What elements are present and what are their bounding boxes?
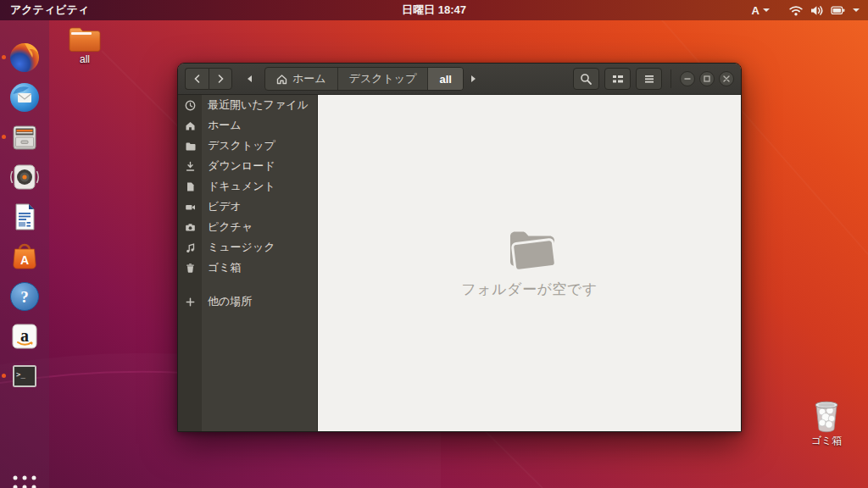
folder-icon — [68, 25, 102, 53]
sidebar-item-music[interactable]: ミュージック — [178, 237, 317, 258]
music-icon — [185, 242, 196, 253]
sidebar-item-recent[interactable]: 最近開いたファイル — [178, 95, 317, 115]
clock[interactable]: 日曜日 18:47 — [0, 3, 868, 18]
file-manager-window: ホーム デスクトップ all — [177, 63, 742, 432]
minimize-icon — [683, 75, 692, 83]
folder-icon — [185, 141, 196, 152]
empty-folder-message: フォルダーが空です — [461, 280, 597, 299]
download-icon — [185, 161, 196, 172]
wifi-icon — [789, 5, 803, 16]
sidebar-item-downloads[interactable]: ダウンロード — [178, 156, 317, 176]
desktop-icon-all-folder[interactable]: all — [60, 25, 109, 65]
camera-icon — [185, 222, 196, 233]
path-scroll-right-button[interactable] — [467, 68, 481, 90]
search-button[interactable] — [573, 68, 599, 90]
show-applications-icon[interactable] — [9, 472, 40, 488]
folder-view[interactable]: フォルダーが空です — [318, 95, 741, 431]
sidebar-item-pictures[interactable]: ピクチャ — [178, 217, 317, 237]
input-method-indicator[interactable]: A — [752, 4, 770, 17]
volume-icon — [810, 5, 823, 16]
recent-icon — [185, 100, 196, 111]
dock: A ? a >_ — [0, 20, 49, 488]
system-status-area[interactable]: A — [752, 4, 868, 17]
close-button[interactable] — [719, 71, 734, 86]
forward-button[interactable] — [209, 68, 232, 90]
hamburger-icon — [643, 72, 656, 86]
sidebar-item-videos[interactable]: ビデオ — [178, 197, 317, 217]
list-view-icon — [611, 72, 625, 86]
path-scroll-left-button[interactable] — [242, 68, 256, 90]
trash-full-icon — [812, 400, 841, 433]
files-icon[interactable] — [8, 121, 41, 153]
empty-folder-icon — [504, 227, 556, 269]
system-menu-chevron-icon — [853, 8, 860, 12]
ubuntu-desktop: { "topbar": { "activities": "アクティビティ", "… — [0, 0, 868, 488]
window-body: 最近開いたファイル ホーム デスクトップ ダウンロード ドキュメント ビデオ — [178, 95, 741, 431]
input-method-label: A — [752, 4, 760, 17]
sidebar-item-documents[interactable]: ドキュメント — [178, 176, 317, 197]
rhythmbox-icon[interactable] — [8, 161, 41, 193]
sidebar: 最近開いたファイル ホーム デスクトップ ダウンロード ドキュメント ビデオ — [178, 95, 318, 431]
home-icon — [185, 120, 196, 131]
maximize-icon — [703, 75, 711, 83]
video-icon — [185, 202, 196, 213]
desktop-icon-label: all — [60, 53, 109, 65]
maximize-button[interactable] — [699, 71, 715, 86]
firefox-icon[interactable] — [8, 42, 41, 74]
headerbar-separator — [670, 69, 671, 88]
window-controls — [680, 71, 734, 86]
thunderbird-icon[interactable] — [8, 81, 41, 114]
document-icon — [185, 181, 196, 192]
libreoffice-writer-icon[interactable] — [8, 201, 41, 233]
help-icon[interactable]: ? — [8, 280, 41, 313]
running-indicator — [2, 374, 6, 378]
history-nav — [185, 68, 232, 90]
svg-text:>_: >_ — [16, 370, 25, 379]
battery-icon — [831, 6, 845, 15]
sidebar-item-trash[interactable]: ゴミ箱 — [178, 258, 317, 278]
breadcrumb-desktop[interactable]: デスクトップ — [338, 68, 429, 90]
view-toggle-button[interactable] — [604, 68, 631, 90]
running-indicator — [2, 135, 6, 139]
svg-text:A: A — [20, 253, 29, 267]
svg-text:a: a — [20, 326, 29, 345]
breadcrumb: ホーム デスクトップ all — [264, 67, 464, 91]
desktop-icon-label: ゴミ箱 — [802, 434, 851, 448]
home-icon — [276, 74, 287, 85]
sidebar-item-desktop[interactable]: デスクトップ — [178, 136, 317, 156]
activities-button[interactable]: アクティビティ — [0, 0, 99, 20]
desktop-icon-trash[interactable]: ゴミ箱 — [802, 400, 851, 448]
breadcrumb-current[interactable]: all — [428, 68, 462, 90]
headerbar-actions — [568, 68, 734, 90]
search-icon — [580, 73, 593, 86]
running-indicator — [2, 55, 6, 59]
breadcrumb-home[interactable]: ホーム — [265, 68, 338, 90]
chevron-down-icon — [763, 8, 770, 12]
trash-icon — [185, 263, 196, 274]
minimize-button[interactable] — [680, 71, 695, 86]
menu-button[interactable] — [636, 68, 662, 90]
amazon-icon[interactable]: a — [8, 320, 41, 352]
plus-icon — [185, 297, 196, 308]
headerbar: ホーム デスクトップ all — [178, 64, 741, 95]
back-button[interactable] — [185, 68, 209, 90]
top-bar: アクティビティ 日曜日 18:47 A — [0, 0, 868, 20]
terminal-icon[interactable]: >_ — [8, 360, 41, 392]
close-icon — [722, 75, 731, 83]
svg-text:?: ? — [20, 288, 29, 306]
ubuntu-software-icon[interactable]: A — [8, 241, 41, 273]
sidebar-item-other-locations[interactable]: 他の場所 — [178, 291, 317, 312]
sidebar-item-home[interactable]: ホーム — [178, 115, 317, 136]
